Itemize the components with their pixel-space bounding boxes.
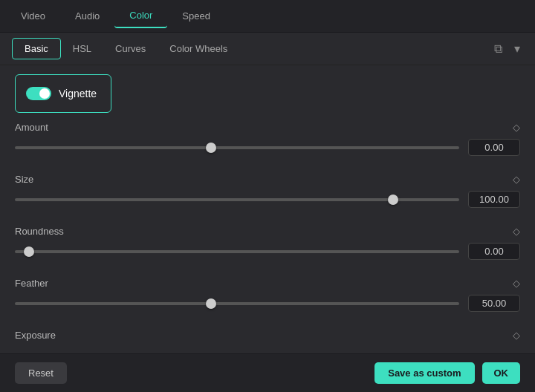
tab-audio[interactable]: Audio bbox=[60, 4, 114, 27]
feather-slider[interactable] bbox=[15, 302, 459, 305]
roundness-slider-row: Roundness ◇ bbox=[15, 226, 520, 260]
size-label: Size bbox=[15, 174, 33, 185]
bottom-right-actions: Save as custom OK bbox=[374, 362, 520, 384]
reset-button[interactable]: Reset bbox=[15, 362, 67, 384]
vignette-section-header[interactable]: Vignette bbox=[15, 74, 111, 113]
toggle-thumb bbox=[39, 88, 50, 99]
save-as-custom-button[interactable]: Save as custom bbox=[374, 362, 474, 384]
roundness-label: Roundness bbox=[15, 226, 64, 237]
roundness-control-row bbox=[15, 243, 520, 260]
size-slider-row: Size ◇ bbox=[15, 174, 520, 208]
amount-slider-row: Amount ◇ bbox=[15, 122, 520, 156]
sub-tab-color-wheels[interactable]: Color Wheels bbox=[158, 39, 239, 59]
sub-tab-bar: Basic HSL Curves Color Wheels ⧉ ▾ bbox=[0, 33, 535, 65]
top-tab-bar: Video Audio Color Speed bbox=[0, 0, 535, 33]
feather-slider-row: Feather ◇ bbox=[15, 278, 520, 312]
amount-label-row: Amount ◇ bbox=[15, 122, 520, 133]
tab-video[interactable]: Video bbox=[6, 4, 60, 27]
roundness-slider[interactable] bbox=[15, 250, 459, 253]
sub-tab-curves[interactable]: Curves bbox=[103, 39, 158, 59]
roundness-label-row: Roundness ◇ bbox=[15, 226, 520, 237]
feather-control-row bbox=[15, 295, 520, 312]
tab-speed[interactable]: Speed bbox=[167, 4, 225, 27]
ok-button[interactable]: OK bbox=[482, 362, 521, 384]
size-input[interactable] bbox=[468, 191, 520, 208]
feather-label: Feather bbox=[15, 278, 48, 289]
roundness-keyframe-icon[interactable]: ◇ bbox=[513, 226, 520, 237]
sub-tab-actions: ⧉ ▾ bbox=[491, 39, 523, 59]
exposure-label: Exposure bbox=[15, 330, 56, 341]
vignette-label: Vignette bbox=[59, 88, 97, 99]
size-keyframe-icon[interactable]: ◇ bbox=[513, 174, 520, 185]
chevron-down-button[interactable]: ▾ bbox=[511, 39, 523, 59]
sub-tab-hsl[interactable]: HSL bbox=[61, 39, 103, 59]
amount-keyframe-icon[interactable]: ◇ bbox=[513, 122, 520, 133]
main-content: Vignette Amount ◇ Size ◇ Roundness ◇ bbox=[0, 74, 535, 373]
exposure-keyframe-icon[interactable]: ◇ bbox=[513, 330, 520, 341]
size-slider[interactable] bbox=[15, 198, 459, 201]
exposure-label-row: Exposure ◇ bbox=[15, 330, 520, 341]
feather-input[interactable] bbox=[468, 295, 520, 312]
exposure-slider-row: Exposure ◇ bbox=[15, 330, 520, 341]
amount-control-row bbox=[15, 139, 520, 156]
size-label-row: Size ◇ bbox=[15, 174, 520, 185]
bottom-bar: Reset Save as custom OK bbox=[0, 353, 535, 392]
sub-tab-basic[interactable]: Basic bbox=[12, 38, 61, 59]
vignette-toggle[interactable] bbox=[26, 87, 51, 100]
size-control-row bbox=[15, 191, 520, 208]
amount-slider[interactable] bbox=[15, 146, 459, 149]
amount-input[interactable] bbox=[468, 139, 520, 156]
feather-keyframe-icon[interactable]: ◇ bbox=[513, 278, 520, 289]
amount-label: Amount bbox=[15, 122, 48, 133]
roundness-input[interactable] bbox=[468, 243, 520, 260]
split-view-button[interactable]: ⧉ bbox=[491, 39, 505, 59]
feather-label-row: Feather ◇ bbox=[15, 278, 520, 289]
tab-color[interactable]: Color bbox=[114, 4, 167, 28]
